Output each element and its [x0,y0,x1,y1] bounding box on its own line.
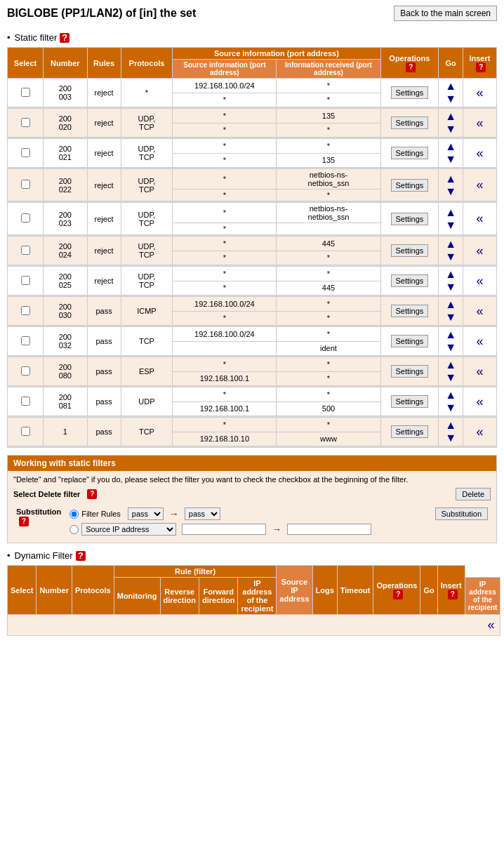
up-arrow-icon[interactable]: ▲ [445,110,456,123]
go-arrows[interactable]: ▲▼ [439,79,463,107]
settings-button[interactable]: Settings [391,395,429,408]
settings-button[interactable]: Settings [391,213,429,225]
insert-arrow[interactable]: « [463,418,496,446]
down-arrow-icon[interactable]: ▼ [445,311,456,324]
go-arrows[interactable]: ▲▼ [439,267,463,296]
dynamic-filter-help-icon[interactable]: ? [76,551,86,561]
go-arrows[interactable]: ▲▼ [439,297,463,326]
insert-dbl-left-icon[interactable]: « [476,304,483,318]
up-arrow-icon[interactable]: ▲ [445,80,456,93]
up-arrow-icon[interactable]: ▲ [445,359,456,371]
row-checkbox[interactable] [21,246,30,255]
substitution-button[interactable]: Substitution [435,507,488,520]
down-arrow-icon[interactable]: ▼ [445,251,456,263]
insert-arrow[interactable]: « [463,79,496,107]
row-checkbox[interactable] [21,118,30,127]
insert-arrow[interactable]: « [463,297,496,326]
insert-arrow[interactable]: « [463,203,496,235]
settings-button[interactable]: Settings [391,274,429,287]
insert-help-icon[interactable]: ? [476,62,486,72]
insert-arrow[interactable]: « [463,109,496,138]
insert-dbl-left-icon[interactable]: « [476,425,483,439]
down-arrow-icon[interactable]: ▼ [445,123,456,135]
up-arrow-icon[interactable]: ▲ [445,206,456,219]
settings-button[interactable]: Settings [391,305,429,317]
insert-arrow[interactable]: « [463,139,496,168]
insert-dbl-left-icon[interactable]: « [476,116,483,130]
insert-arrow[interactable]: « [463,267,496,296]
settings-button[interactable]: Settings [391,147,429,159]
up-arrow-icon[interactable]: ▲ [445,268,456,281]
row-checkbox[interactable] [21,148,30,157]
settings-button[interactable]: Settings [391,425,429,438]
down-arrow-icon[interactable]: ▼ [445,219,456,232]
back-button[interactable]: Back to the main screen [394,6,497,21]
settings-button[interactable]: Settings [391,335,429,347]
go-arrows[interactable]: ▲▼ [439,387,463,416]
up-arrow-icon[interactable]: ▲ [445,140,456,153]
down-arrow-icon[interactable]: ▼ [445,432,456,444]
dyn-dbl-left-icon[interactable]: « [487,618,494,632]
go-arrows[interactable]: ▲▼ [439,327,463,356]
down-arrow-icon[interactable]: ▼ [445,341,456,354]
go-arrows[interactable]: ▲▼ [439,418,463,446]
filter-rules-radio[interactable] [69,510,79,519]
insert-dbl-left-icon[interactable]: « [476,211,483,225]
pass-select-1[interactable]: pass reject block [128,507,164,520]
go-arrows[interactable]: ▲▼ [439,139,463,168]
insert-dbl-left-icon[interactable]: « [476,364,483,378]
dyn-insert-help-icon[interactable]: ? [448,590,458,599]
row-checkbox[interactable] [21,336,30,345]
insert-dbl-left-icon[interactable]: « [476,334,483,348]
up-arrow-icon[interactable]: ▲ [445,173,456,185]
row-checkbox[interactable] [21,276,30,285]
row-checkbox[interactable] [21,180,30,189]
go-arrows[interactable]: ▲▼ [439,237,463,265]
go-arrows[interactable]: ▲▼ [439,109,463,138]
row-checkbox[interactable] [21,88,30,97]
src-ip-select[interactable]: Source IP address Destination IP address [81,523,176,536]
insert-dbl-left-icon[interactable]: « [476,244,483,258]
settings-button[interactable]: Settings [391,179,429,192]
go-arrows[interactable]: ▲▼ [439,203,463,235]
settings-button[interactable]: Settings [391,244,429,257]
insert-arrow[interactable]: « [463,327,496,356]
up-arrow-icon[interactable]: ▲ [445,389,456,401]
settings-button[interactable]: Settings [391,117,429,129]
settings-button[interactable]: Settings [391,365,429,378]
row-checkbox[interactable] [21,213,30,223]
delete-button[interactable]: Delete [456,488,491,500]
pass-select-2[interactable]: pass reject block [185,507,220,520]
down-arrow-icon[interactable]: ▼ [445,371,456,384]
static-filter-help-icon[interactable]: ? [60,33,69,43]
row-checkbox[interactable] [21,427,30,436]
insert-dbl-left-icon[interactable]: « [476,178,483,192]
insert-arrow[interactable]: « [463,169,496,201]
insert-dbl-left-icon[interactable]: « [476,86,483,100]
down-arrow-icon[interactable]: ▼ [445,401,456,414]
src-ip-input-2[interactable] [287,524,371,535]
up-arrow-icon[interactable]: ▲ [445,328,456,341]
insert-dbl-left-icon[interactable]: « [476,394,483,409]
down-arrow-icon[interactable]: ▼ [445,93,456,105]
insert-arrow[interactable]: « [463,357,496,386]
select-delete-help-icon[interactable]: ? [87,489,97,499]
insert-dbl-left-icon[interactable]: « [476,146,483,160]
ops-help-icon[interactable]: ? [406,62,416,72]
insert-dbl-left-icon[interactable]: « [476,274,483,288]
down-arrow-icon[interactable]: ▼ [445,153,456,166]
up-arrow-icon[interactable]: ▲ [445,419,456,432]
row-checkbox[interactable] [21,366,30,376]
row-checkbox[interactable] [21,397,30,406]
up-arrow-icon[interactable]: ▲ [445,298,456,311]
src-ip-input-1[interactable] [182,524,266,535]
insert-arrow[interactable]: « [463,237,496,265]
row-checkbox[interactable] [21,306,30,315]
go-arrows[interactable]: ▲▼ [439,357,463,386]
down-arrow-icon[interactable]: ▼ [445,185,456,198]
src-ip-radio[interactable] [69,525,79,534]
subst-help-icon[interactable]: ? [19,517,29,526]
insert-arrow[interactable]: « [463,387,496,416]
dyn-ops-help-icon[interactable]: ? [393,590,403,599]
up-arrow-icon[interactable]: ▲ [445,238,456,251]
